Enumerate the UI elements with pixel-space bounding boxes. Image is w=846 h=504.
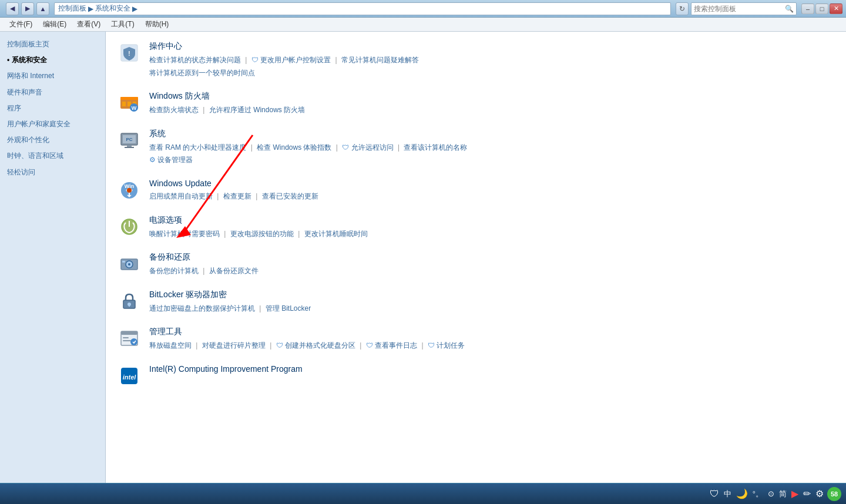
link-wex[interactable]: 检查 Windows 体验指数 [257, 143, 331, 152]
search-box[interactable]: 🔍 [691, 2, 797, 15]
taskbar-badge[interactable]: 58 [827, 487, 841, 501]
link-fw-status[interactable]: 检查防火墙状态 [149, 106, 199, 114]
sidebar-item-home[interactable]: 控制面板主页 [0, 36, 105, 52]
link-wu-toggle[interactable]: 启用或禁用自动更新 [149, 192, 213, 200]
action-center-content: 操作中心 检查计算机的状态并解决问题 | 🛡 更改用户帐户控制设置 | 常见计算… [149, 41, 834, 79]
bitlocker-content: BitLocker 驱动器加密 通过加密磁盘上的数据保护计算机 | 管理 Bit… [149, 290, 834, 315]
link-wu-check[interactable]: 检查更新 [223, 192, 251, 200]
taskbar-pen-icon[interactable]: ✏ [802, 487, 812, 500]
sidebar-item-security[interactable]: 系统和安全 [0, 52, 105, 68]
taskbar-zh-icon[interactable]: 中 [723, 488, 733, 500]
bitlocker-title[interactable]: BitLocker 驱动器加密 [149, 290, 834, 300]
section-intel: intel Intel(R) Computing Improvement Pro… [118, 364, 834, 388]
system-content: 系统 查看 RAM 的大小和处理器速度 | 检查 Windows 体验指数 | … [149, 129, 834, 167]
backup-content: 备份和还原 备份您的计算机 | 从备份还原文件 [149, 252, 834, 278]
link-event-log[interactable]: 查看事件日志 [375, 341, 417, 350]
window: ◀ ▶ ▲ 控制面板 ▶ 系统和安全 ▶ ↻ 🔍 – □ ✕ 文件(F) 编辑(… [0, 0, 846, 504]
system-links: 查看 RAM 的大小和处理器速度 | 检查 Windows 体验指数 | 🛡 允… [149, 142, 834, 167]
intel-title[interactable]: Intel(R) Computing Improvement Program [149, 364, 834, 374]
svg-rect-26 [121, 331, 137, 335]
taskbar-settings-icon[interactable]: ⚙ [814, 487, 825, 500]
link-troubleshoot[interactable]: 常见计算机问题疑难解答 [341, 56, 419, 64]
link-schedule-tasks[interactable]: 计划任务 [437, 341, 465, 350]
link-power-btn[interactable]: 更改电源按钮的功能 [230, 230, 294, 238]
firewall-icon: W [118, 91, 141, 115]
shield-icon-events: 🛡 [366, 341, 373, 350]
intel-icon: intel [118, 364, 141, 388]
taskbar-jian-icon[interactable]: 简 [778, 488, 788, 500]
taskbar-circle-icon[interactable]: ⊙ [767, 488, 776, 499]
power-title[interactable]: 电源选项 [149, 215, 834, 226]
close-button[interactable]: ✕ [830, 4, 842, 14]
back-button[interactable]: ◀ [6, 2, 19, 15]
section-bitlocker: BitLocker 驱动器加密 通过加密磁盘上的数据保护计算机 | 管理 Bit… [118, 290, 834, 315]
menu-tools[interactable]: 工具(T) [106, 18, 139, 31]
taskbar-moon-icon[interactable]: 🌙 [735, 487, 749, 500]
sidebar-item-hardware[interactable]: 硬件和声音 [0, 85, 105, 100]
menu-edit[interactable]: 编辑(E) [38, 18, 71, 31]
link-sleep-time[interactable]: 更改计算机睡眠时间 [304, 230, 368, 238]
shield-icon-remote: 🛡 [342, 143, 349, 152]
link-fw-allow[interactable]: 允许程序通过 Windows 防火墙 [209, 106, 305, 114]
link-device-manager[interactable]: 设备管理器 [157, 156, 193, 164]
main-layout: 控制面板主页 系统和安全 网络和 Internet 硬件和声音 程序 用户帐户和… [0, 32, 846, 483]
link-remote[interactable]: 允许远程访问 [351, 143, 394, 152]
firewall-title[interactable]: Windows 防火墙 [149, 91, 834, 102]
link-format-disk[interactable]: 创建并格式化硬盘分区 [285, 341, 355, 350]
sidebar-item-network[interactable]: 网络和 Internet [0, 68, 105, 84]
link-check-status[interactable]: 检查计算机的状态并解决问题 [149, 56, 241, 64]
svg-text:!: ! [128, 51, 130, 57]
wu-links: 启用或禁用自动更新 | 检查更新 | 查看已安装的更新 [149, 190, 834, 203]
menu-view[interactable]: 查看(V) [72, 18, 105, 31]
wu-title[interactable]: Windows Update [149, 179, 834, 188]
svg-rect-4 [122, 102, 126, 106]
sidebar-item-appearance[interactable]: 外观和个性化 [0, 132, 105, 148]
address-bar[interactable]: 控制面板 ▶ 系统和安全 ▶ [54, 2, 671, 15]
section-admin-tools: 管理工具 释放磁盘空间 | 对硬盘进行碎片整理 | 🛡 创建并格式化硬盘分区 |… [118, 327, 834, 352]
link-defrag[interactable]: 对硬盘进行碎片整理 [202, 341, 266, 350]
admin-tools-title[interactable]: 管理工具 [149, 327, 834, 337]
svg-rect-24 [129, 304, 130, 307]
menu-file[interactable]: 文件(F) [5, 18, 37, 31]
link-ram[interactable]: 查看 RAM 的大小和处理器速度 [149, 143, 246, 152]
system-title[interactable]: 系统 [149, 129, 834, 139]
taskbar-network-icon[interactable]: °。 [751, 488, 764, 500]
svg-rect-12 [125, 147, 134, 148]
system-icon: PC [118, 129, 141, 152]
sidebar-item-users[interactable]: 用户帐户和家庭安全 [0, 116, 105, 132]
wu-content: Windows Update 启用或禁用自动更新 | 检查更新 | 查看已安装的… [149, 179, 834, 203]
link-bitlocker-protect[interactable]: 通过加密磁盘上的数据保护计算机 [149, 304, 255, 313]
menubar: 文件(F) 编辑(E) 查看(V) 工具(T) 帮助(H) [0, 18, 846, 32]
link-change-uac[interactable]: 更改用户帐户控制设置 [260, 56, 331, 64]
link-wu-history[interactable]: 查看已安装的更新 [262, 192, 318, 200]
search-input[interactable] [694, 5, 783, 13]
admin-tools-content: 管理工具 释放磁盘空间 | 对硬盘进行碎片整理 | 🛡 创建并格式化硬盘分区 |… [149, 327, 834, 352]
section-firewall: W Windows 防火墙 检查防火墙状态 | 允许程序通过 Windows 防… [118, 91, 834, 117]
section-power: 电源选项 唤醒计算机时需要密码 | 更改电源按钮的功能 | 更改计算机睡眠时间 [118, 215, 834, 241]
sidebar-item-clock[interactable]: 时钟、语言和区域 [0, 148, 105, 164]
link-backup-pc[interactable]: 备份您的计算机 [149, 267, 199, 275]
svg-rect-27 [123, 337, 129, 338]
link-pcname[interactable]: 查看该计算机的名称 [404, 143, 467, 152]
link-restore-files[interactable]: 从备份还原文件 [209, 267, 258, 275]
menu-help[interactable]: 帮助(H) [140, 18, 174, 31]
sidebar-item-accessibility[interactable]: 轻松访问 [0, 164, 105, 180]
section-system: PC 系统 查看 RAM 的大小和处理器速度 | 检查 Windows 体验指数… [118, 129, 834, 167]
power-content: 电源选项 唤醒计算机时需要密码 | 更改电源按钮的功能 | 更改计算机睡眠时间 [149, 215, 834, 241]
refresh-button[interactable]: ↻ [676, 2, 689, 15]
backup-title[interactable]: 备份和还原 [149, 252, 834, 263]
link-disk-cleanup[interactable]: 释放磁盘空间 [149, 341, 192, 350]
taskbar-play-icon[interactable]: ▶ [790, 487, 800, 500]
link-restore[interactable]: 将计算机还原到一个较早的时间点 [149, 69, 255, 77]
maximize-button[interactable]: □ [815, 4, 828, 14]
up-button[interactable]: ▲ [36, 2, 49, 15]
sidebar-item-programs[interactable]: 程序 [0, 100, 105, 116]
action-center-title[interactable]: 操作中心 [149, 41, 834, 52]
link-wake-password[interactable]: 唤醒计算机时需要密码 [149, 230, 220, 238]
shield-icon-uac: 🛡 [251, 56, 258, 64]
taskbar-shield-icon[interactable]: 🛡 [709, 488, 720, 500]
link-bitlocker-manage[interactable]: 管理 BitLocker [266, 304, 311, 313]
svg-point-16 [127, 188, 132, 193]
minimize-button[interactable]: – [801, 4, 814, 14]
forward-button[interactable]: ▶ [21, 2, 34, 15]
